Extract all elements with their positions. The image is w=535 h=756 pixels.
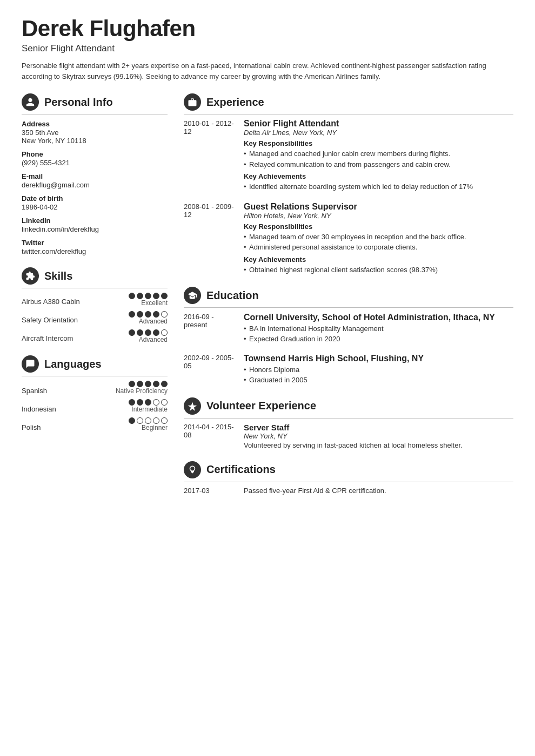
skill-level: Advanced	[129, 318, 168, 325]
vol-location: New York, NY	[244, 432, 513, 440]
personal-info-title: Personal Info	[44, 96, 113, 109]
dot	[137, 311, 143, 318]
exp-company: Hilton Hotels, New York, NY	[244, 212, 513, 220]
dot	[145, 399, 151, 406]
dot	[153, 399, 159, 406]
phone-value: (929) 555-4321	[22, 159, 168, 167]
education-icon	[184, 287, 201, 304]
certifications-list: 2017-03 Passed five-year First Aid & CPR…	[184, 487, 513, 495]
volunteer-icon	[184, 397, 201, 415]
address-line1: 350 5th Ave	[22, 129, 168, 137]
dot	[137, 293, 143, 299]
edu-bullet: Honors Diploma	[244, 364, 513, 375]
dot	[153, 293, 159, 299]
language-level: Intermediate	[129, 406, 168, 413]
skill-level: Excellent	[129, 299, 168, 307]
dot	[161, 417, 168, 424]
edu-bullet: Expected Graduation in 2020	[244, 334, 513, 345]
linkedin-value: linkedin.com/in/derekflug	[22, 225, 168, 233]
cert-date: 2017-03	[184, 487, 235, 495]
right-column: Experience 2010-01 - 2012-12 Senior Flig…	[184, 93, 513, 507]
exp-content: Guest Relations Supervisor Hilton Hotels…	[244, 202, 513, 275]
edu-content: Townsend Harris High School, Flushing, N…	[244, 353, 513, 386]
language-dots	[129, 381, 168, 387]
exp-ach-label: Key Achievements	[244, 255, 513, 264]
languages-section: Languages Spanish Native Proficiency Ind…	[22, 355, 168, 431]
edu-bullet: BA in International Hospitality Manageme…	[244, 323, 513, 334]
vol-date: 2014-04 - 2015-08	[184, 423, 235, 449]
education-list: 2016-09 - present Cornell University, Sc…	[184, 312, 513, 386]
certification-item: 2017-03 Passed five-year First Aid & CPR…	[184, 487, 513, 495]
dot	[137, 417, 143, 424]
edu-bullet: Graduated in 2005	[244, 375, 513, 386]
language-item: Indonesian Intermediate	[22, 399, 168, 413]
language-name: Indonesian	[22, 405, 56, 413]
skill-dots	[129, 311, 168, 318]
twitter-label: Twitter	[22, 239, 168, 247]
personal-info-section: Personal Info Address 350 5th Ave New Yo…	[22, 93, 168, 255]
volunteer-list: 2014-04 - 2015-08 Server Staff New York,…	[184, 423, 513, 449]
skills-list: Airbus A380 Cabin Excellent Safety Orien…	[22, 293, 168, 343]
dot	[129, 329, 135, 336]
twitter-value: twitter.com/derekflug	[22, 247, 168, 255]
cert-text: Passed five-year First Aid & CPR certifi…	[244, 487, 386, 495]
exp-date: 2010-01 - 2012-12	[184, 119, 235, 192]
education-title: Education	[206, 289, 259, 302]
language-dots	[129, 399, 168, 406]
education-section: Education 2016-09 - present Cornell Univ…	[184, 287, 513, 386]
dot	[129, 311, 135, 318]
skill-item: Aircraft Intercom Advanced	[22, 329, 168, 343]
dot	[137, 381, 143, 387]
dot	[129, 381, 135, 387]
phone-label: Phone	[22, 150, 168, 158]
language-item: Polish Beginner	[22, 417, 168, 431]
skill-dots	[129, 293, 168, 299]
dob-label: Date of birth	[22, 194, 168, 202]
skill-name: Aircraft Intercom	[22, 334, 73, 342]
dot	[137, 399, 143, 406]
exp-responsibility: Managed and coached junior cabin crew me…	[244, 148, 513, 159]
vol-description: Volunteered by serving in fast-paced kit…	[244, 441, 513, 449]
main-content: Personal Info Address 350 5th Ave New Yo…	[22, 93, 513, 507]
languages-list: Spanish Native Proficiency Indonesian In…	[22, 381, 168, 431]
exp-company: Delta Air Lines, New York, NY	[244, 129, 513, 137]
dot	[145, 417, 151, 424]
skill-item: Safety Orientation Advanced	[22, 311, 168, 325]
dot	[145, 329, 151, 336]
exp-date: 2008-01 - 2009-12	[184, 202, 235, 275]
education-item: 2016-09 - present Cornell University, Sc…	[184, 312, 513, 345]
language-dots	[129, 417, 168, 424]
experience-title: Experience	[206, 96, 264, 109]
linkedin-label: LinkedIn	[22, 217, 168, 225]
exp-job-title: Senior Flight Attendant	[244, 119, 513, 129]
volunteer-title: Volunteer Experience	[206, 400, 316, 412]
language-level: Native Proficiency	[116, 387, 168, 395]
languages-title: Languages	[44, 358, 102, 370]
edu-date: 2002-09 - 2005-05	[184, 353, 235, 386]
exp-achievement: Obtained highest regional client satisfa…	[244, 265, 513, 275]
skill-level: Advanced	[129, 336, 168, 343]
dot	[161, 399, 168, 406]
dot	[153, 417, 159, 424]
language-item: Spanish Native Proficiency	[22, 381, 168, 395]
dot	[153, 329, 159, 336]
volunteer-section: Volunteer Experience 2014-04 - 2015-08 S…	[184, 397, 513, 449]
language-level: Beginner	[129, 424, 168, 431]
edu-date: 2016-09 - present	[184, 312, 235, 345]
exp-resp-label: Key Responsibilities	[244, 139, 513, 147]
experience-section: Experience 2010-01 - 2012-12 Senior Flig…	[184, 93, 513, 275]
skill-dots	[129, 329, 168, 336]
exp-responsibility: Administered personal assistance to corp…	[244, 242, 513, 253]
exp-content: Senior Flight Attendant Delta Air Lines,…	[244, 119, 513, 192]
email-value: derekflug@gmail.com	[22, 181, 168, 189]
languages-header: Languages	[22, 355, 168, 376]
dot	[137, 329, 143, 336]
dot	[145, 381, 151, 387]
skills-title: Skills	[44, 270, 72, 282]
dot	[161, 381, 168, 387]
exp-responsibility: Relayed communication to and from passen…	[244, 159, 513, 170]
dot	[145, 293, 151, 299]
languages-icon	[22, 355, 39, 373]
certifications-icon	[184, 461, 201, 478]
exp-job-title: Guest Relations Supervisor	[244, 202, 513, 212]
